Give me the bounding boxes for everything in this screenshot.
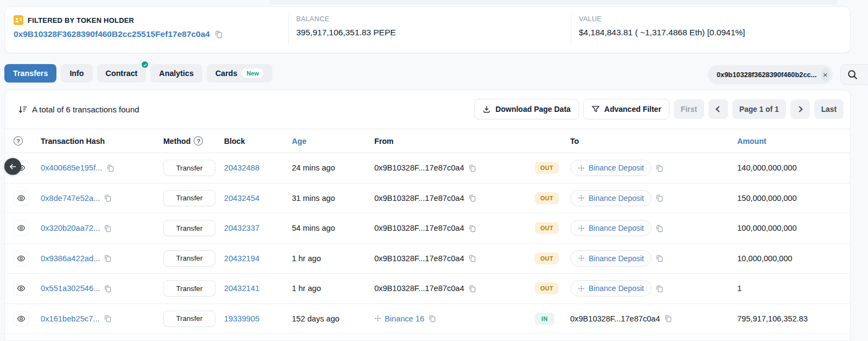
method-cell: Transfer (163, 250, 224, 267)
age-cell: 54 mins ago (292, 224, 374, 232)
block-link[interactable]: 20432337 (224, 224, 259, 232)
holder-address-link[interactable]: 0x9B10328F3628390f460B2cc25515Fef17e87c0… (14, 29, 210, 39)
copy-icon[interactable] (655, 194, 663, 202)
header-help: ? (14, 136, 41, 146)
block-link[interactable]: 20432141 (224, 284, 259, 293)
tx-hash-link[interactable]: 0x9386a422ad... (41, 254, 100, 263)
eye-icon (17, 224, 25, 232)
pagination-last-button[interactable]: Last (814, 99, 844, 119)
binance-diamond-icon (374, 315, 381, 322)
hash-cell: 0x9386a422ad... (41, 254, 163, 263)
copy-icon[interactable] (214, 30, 223, 39)
copy-icon[interactable] (428, 314, 436, 323)
direction-cell: OUT (535, 162, 570, 174)
pagination-prev-button[interactable] (709, 99, 728, 119)
method-badge[interactable]: Transfer (163, 311, 215, 327)
verified-check-icon (141, 60, 149, 69)
copy-icon[interactable] (106, 164, 114, 172)
tab-contract[interactable]: Contract (97, 64, 146, 83)
value-column: VALUE $4,184,843.81 ( ~1,317.4868 Eth) [… (571, 7, 850, 53)
method-badge[interactable]: Transfer (163, 190, 215, 206)
copy-icon[interactable] (468, 224, 476, 232)
eye-button[interactable] (14, 251, 29, 266)
header-method-label: Method (163, 137, 190, 146)
header-amount[interactable]: Amount (737, 137, 841, 146)
amount-cell: 1 (737, 284, 841, 293)
pagination-next-button[interactable] (790, 99, 810, 119)
to-label-link[interactable]: Binance Deposit (570, 160, 652, 176)
tab-transfers[interactable]: Transfers (4, 64, 56, 83)
block-link[interactable]: 20432454 (224, 194, 259, 203)
eye-icon (17, 314, 25, 323)
search-area: 0x9b10328f3628390f460b2cc... × (708, 64, 868, 85)
to-label-link[interactable]: Binance Deposit (570, 190, 652, 206)
tab-cards[interactable]: Cards New (207, 64, 272, 83)
age-text: 152 days ago (292, 314, 340, 323)
to-label-link[interactable]: Binance Deposit (570, 250, 652, 267)
binance-diamond-icon (578, 225, 585, 232)
eye-button[interactable] (14, 191, 29, 206)
token-holder-badge-icon (14, 15, 23, 25)
balance-value: 395,917,106,351.83 PEPE (296, 28, 571, 37)
copy-icon[interactable] (468, 194, 476, 202)
age-cell: 152 days ago (292, 314, 374, 323)
back-button[interactable] (4, 158, 21, 175)
method-badge[interactable]: Transfer (163, 280, 215, 296)
header-age[interactable]: Age (292, 137, 374, 146)
eye-button[interactable] (14, 311, 29, 326)
from-cell: 0x9B10328F...17e87c0a4 (374, 224, 535, 232)
help-icon[interactable]: ? (14, 136, 23, 146)
search-filter-chip[interactable]: 0x9b10328f3628390f460b2cc... × (708, 65, 833, 84)
copy-icon[interactable] (104, 254, 112, 262)
method-badge[interactable]: Transfer (163, 220, 215, 236)
from-label-link[interactable]: Binance 16 (374, 314, 424, 323)
age-text: 1 hr ago (292, 254, 321, 263)
to-label-link[interactable]: Binance Deposit (570, 220, 652, 236)
amount-cell: 795,917,106,352.83 (737, 314, 841, 323)
pagination-page-indicator[interactable]: Page 1 of 1 (732, 99, 786, 119)
value-label: VALUE (579, 15, 850, 23)
tx-hash-link[interactable]: 0x8de747e52a... (41, 194, 100, 203)
tx-hash-link[interactable]: 0x551a302546... (41, 284, 100, 293)
binance-diamond-icon (578, 165, 585, 172)
copy-icon[interactable] (104, 194, 112, 202)
hash-cell: 0x8de747e52a... (41, 194, 163, 203)
clear-filter-button[interactable]: × (821, 68, 829, 81)
block-cell: 20432337 (224, 224, 292, 232)
copy-icon[interactable] (655, 285, 663, 293)
eye-icon (17, 194, 25, 203)
from-address: 0x9B10328F...17e87c0a4 (374, 284, 464, 293)
block-link[interactable]: 20432194 (224, 254, 259, 263)
copy-icon[interactable] (104, 285, 112, 293)
amount-text: 100,000,000,000 (737, 224, 797, 232)
pagination-first-button[interactable]: First (674, 99, 704, 119)
copy-icon[interactable] (104, 314, 112, 323)
method-badge[interactable]: Transfer (163, 160, 215, 176)
search-button[interactable] (840, 64, 868, 85)
tab-analytics[interactable]: Analytics (150, 64, 202, 83)
method-badge[interactable]: Transfer (163, 250, 215, 267)
copy-icon[interactable] (468, 164, 476, 172)
to-address: 0x9B10328F...17e87c0a4 (570, 314, 660, 323)
advanced-filter-button[interactable]: Advanced Filter (583, 99, 669, 119)
copy-icon[interactable] (664, 314, 672, 323)
copy-icon[interactable] (655, 164, 663, 172)
download-page-data-button[interactable]: Download Page Data (474, 99, 578, 119)
token-holder-filter-card: FILTERED BY TOKEN HOLDER 0x9B10328F36283… (4, 7, 851, 53)
tx-hash-link[interactable]: 0x161beb25c7... (41, 314, 100, 323)
copy-icon[interactable] (468, 254, 476, 262)
help-icon[interactable]: ? (194, 136, 203, 146)
eye-button[interactable] (14, 281, 29, 296)
tab-info[interactable]: Info (61, 64, 92, 83)
copy-icon[interactable] (655, 224, 663, 232)
eye-button[interactable] (14, 220, 29, 236)
tx-hash-link[interactable]: 0x400685e195f... (41, 163, 103, 172)
block-link[interactable]: 20432488 (224, 163, 259, 172)
block-link[interactable]: 19339905 (224, 314, 259, 323)
copy-icon[interactable] (104, 224, 112, 232)
tx-hash-link[interactable]: 0x320b20aa72... (41, 224, 100, 232)
copy-icon[interactable] (655, 254, 663, 262)
copy-icon[interactable] (468, 285, 476, 293)
direction-badge: OUT (535, 252, 559, 264)
to-label-link[interactable]: Binance Deposit (570, 280, 652, 296)
